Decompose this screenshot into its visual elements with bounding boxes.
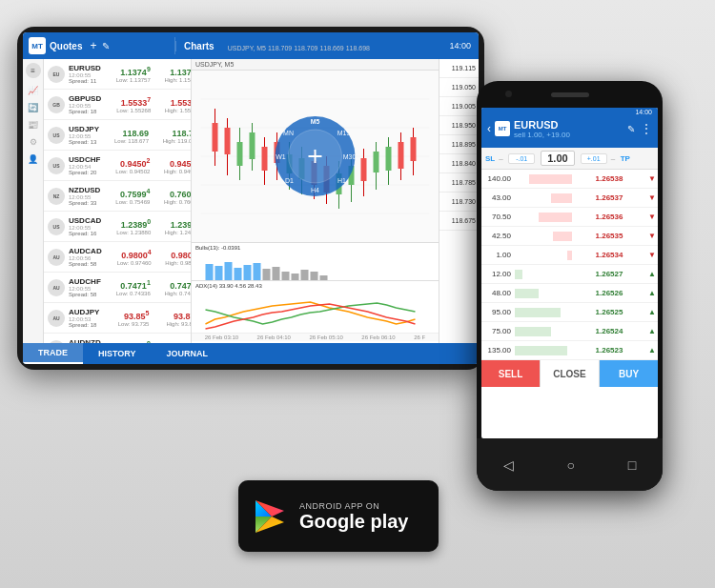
nav-recents-btn[interactable]: □ xyxy=(628,457,636,473)
quote-bid-col: 0.75994 Low: 0.75469 xyxy=(100,188,150,205)
ob-ask-bar xyxy=(529,174,572,184)
quote-bid-price: 118.69 xyxy=(99,127,149,138)
quote-row-audnzd[interactable]: AU AUDNZD 12:00:55 Spread: 70 1.03999 Lo… xyxy=(44,334,191,343)
phone-edit-icon[interactable]: ✎ xyxy=(627,124,635,134)
sidebar-icon-news[interactable]: 📰 xyxy=(28,120,38,130)
quote-ask-col: 1.55354 High: 1.55765 xyxy=(151,96,192,113)
back-icon[interactable]: ‹ xyxy=(487,122,491,135)
quote-spread: Spread: 11 xyxy=(69,78,101,84)
sl-minus-btn[interactable]: -.01 xyxy=(508,153,535,164)
quote-ask-price: 1.55354 xyxy=(151,96,192,108)
quote-name: AUDJPY xyxy=(69,308,99,316)
quote-info-audjpy: AUDJPY 12:00:53 Spread: 18 xyxy=(69,308,99,328)
nav-home-btn[interactable]: ○ xyxy=(567,457,575,473)
order-book-row[interactable]: 135.00 1.26523 ▲ xyxy=(481,341,658,360)
quote-row-usdchf[interactable]: US USDCHF 12:00:54 Spread: 20 0.94502 Lo… xyxy=(44,151,191,181)
close-button[interactable]: CLOSE xyxy=(540,360,600,387)
tab-history[interactable]: HISTORY xyxy=(83,343,152,364)
quote-high: High: 93.895 xyxy=(149,321,192,327)
google-play-badge[interactable]: ANDROID APP ON Google play xyxy=(238,480,439,552)
buy-button[interactable]: BUY xyxy=(600,360,658,387)
order-book-row[interactable]: 140.00 1.26538 ▼ xyxy=(481,170,658,189)
quote-bid-col: 0.98004 Low: 0.97460 xyxy=(102,249,152,266)
quote-row-usdcad[interactable]: US USDCAD 12:00:55 Spread: 16 1.23890 Lo… xyxy=(44,212,191,242)
sidebar-icon-account[interactable]: 👤 xyxy=(28,154,38,164)
quote-bid-col: 93.855 Low: 93.735 xyxy=(99,310,149,327)
quote-row-usdjpy[interactable]: US USDJPY 12:00:55 Spread: 13 118.69 Low… xyxy=(44,120,191,151)
right-price-item: 119.050 xyxy=(439,78,479,97)
ob-arrow: ▲ xyxy=(646,327,658,335)
right-price-item: 118.675 xyxy=(439,212,479,231)
svg-rect-32 xyxy=(374,152,379,172)
quote-name: GBPUSD xyxy=(69,94,101,103)
ob-volume: 70.50 xyxy=(481,213,515,221)
order-book-row[interactable]: 95.00 1.26525 ▲ xyxy=(481,303,658,322)
sell-button[interactable]: SELL xyxy=(481,360,540,387)
sidebar-icons: ≡ 📈 🔄 📰 ⚙ 👤 xyxy=(23,59,44,343)
order-book-row[interactable]: 75.00 1.26524 ▲ xyxy=(481,322,658,341)
quote-low: Low: 0.97460 xyxy=(102,260,152,266)
tablet-screen: MT Quotes + ✎ Charts USDJPY, M5 118.709 … xyxy=(23,32,479,364)
order-book-row[interactable]: 1.00 1.26534 ▼ xyxy=(481,246,658,265)
quote-row-nzdusd[interactable]: NZ NZDUSD 12:00:55 Spread: 33 0.75994 Lo… xyxy=(44,181,191,212)
svg-text:M15: M15 xyxy=(337,130,351,136)
tablet-content: ≡ 📈 🔄 📰 ⚙ 👤 EU EURUSD 12:00:55 Spread: 1… xyxy=(23,59,479,343)
quote-ask-price: 0.76027 xyxy=(150,188,192,199)
quote-spread: Spread: 58 xyxy=(69,261,102,267)
order-book-row[interactable]: 42.50 1.26535 ▼ xyxy=(481,227,658,246)
phone-speaker xyxy=(551,92,589,97)
order-book-row[interactable]: 48.00 1.26526 ▲ xyxy=(481,284,658,303)
order-book-row[interactable]: 12.00 1.26527 ▲ xyxy=(481,265,658,284)
right-price-item: 119.115 xyxy=(439,59,479,78)
sl-plus-btn[interactable]: +.01 xyxy=(581,153,607,164)
svg-rect-6 xyxy=(213,123,218,152)
tablet-bottom-tabs: TRADE HISTORY JOURNAL xyxy=(23,343,479,364)
ob-bar xyxy=(515,192,572,205)
order-book-row[interactable]: 43.00 1.26537 ▼ xyxy=(481,189,658,208)
phone-nav-bar: ◁ ○ □ xyxy=(477,438,663,491)
play-store-icon xyxy=(250,497,290,537)
quote-bid-col: 1.23890 Low: 1.23880 xyxy=(101,218,151,235)
sidebar-icon-trade[interactable]: 🔄 xyxy=(28,103,38,112)
ob-volume: 42.50 xyxy=(481,232,515,240)
quote-info-nzdusd: NZDUSD 12:00:55 Spread: 33 xyxy=(69,186,100,206)
quote-ask-col: 0.76027 High: 0.76004 xyxy=(150,188,192,205)
quote-row-audchf[interactable]: AU AUDCHF 12:00:55 Spread: 58 0.74711 Lo… xyxy=(44,273,191,303)
quote-ask-price: 0.98021 xyxy=(152,249,192,260)
quote-high: High: 0.94970 xyxy=(150,169,192,174)
quote-icon-audchf: AU xyxy=(48,279,65,296)
phone-header: 14:00 ‹ MT EURUSD sell 1.00, +19.00 ✎ ⋮ xyxy=(481,108,658,148)
quote-row-gbpusd[interactable]: GB GBPUSD 12:00:55 Spread: 18 1.55337 Lo… xyxy=(44,90,191,120)
quote-row-audcad[interactable]: AU AUDCAD 12:00:56 Spread: 58 0.98004 Lo… xyxy=(44,242,191,273)
nav-back-btn[interactable]: ◁ xyxy=(503,457,514,473)
sidebar-icon-settings[interactable]: ⚙ xyxy=(30,137,37,147)
sidebar-icon-quotes[interactable]: ≡ xyxy=(26,63,41,78)
ob-bar xyxy=(515,325,572,338)
quote-bid-col: 1.13749 Low: 1.13757 xyxy=(101,66,151,83)
ob-arrow: ▲ xyxy=(646,308,658,316)
ob-bar xyxy=(515,268,572,281)
phone-menu-icon[interactable]: ⋮ xyxy=(641,122,652,135)
quote-bid-price: 1.55337 xyxy=(101,96,151,108)
quote-low: Low: 0.94502 xyxy=(100,169,150,174)
phone-pair-name: EURUSD xyxy=(514,119,627,131)
add-icon[interactable]: + xyxy=(90,39,96,52)
edit-icon[interactable]: ✎ xyxy=(102,41,110,51)
phone-action-bar: SELL CLOSE BUY xyxy=(481,360,658,387)
quote-row-eurusd[interactable]: EU EURUSD 12:00:55 Spread: 11 1.13749 Lo… xyxy=(44,59,191,90)
svg-rect-59 xyxy=(282,272,290,280)
ob-price: 1.26534 xyxy=(572,251,646,259)
right-price-column: 119.115119.050119.005118.950118.895118.8… xyxy=(439,59,479,343)
tab-trade[interactable]: TRADE xyxy=(23,343,83,364)
order-main-value[interactable]: 1.00 xyxy=(541,151,574,166)
ob-price: 1.26527 xyxy=(572,270,646,278)
tab-journal[interactable]: JOURNAL xyxy=(152,343,224,364)
quote-row-audjpy[interactable]: AU AUDJPY 12:00:53 Spread: 18 93.855 Low… xyxy=(44,303,191,334)
order-book-row[interactable]: 70.50 1.26536 ▼ xyxy=(481,208,658,227)
svg-rect-34 xyxy=(386,147,392,171)
sidebar-icon-chart[interactable]: 📈 xyxy=(28,86,38,95)
candlestick-chart[interactable]: M5 M15 M30 H1 H4 D1 W1 MN xyxy=(192,71,439,242)
quote-ask-price: 1.23906 xyxy=(151,218,192,230)
svg-rect-57 xyxy=(263,269,271,280)
quote-bid-price: 0.75994 xyxy=(100,188,150,199)
